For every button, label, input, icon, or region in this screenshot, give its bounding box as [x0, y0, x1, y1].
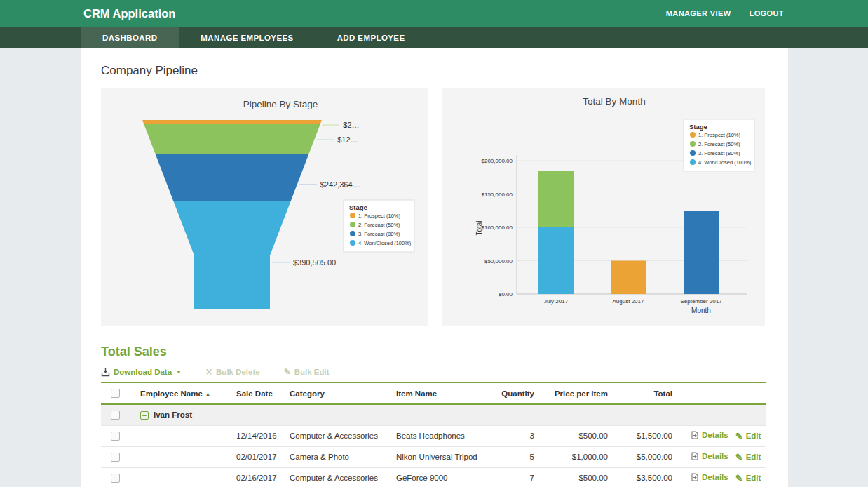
cell-sale-date: 02/01/2017	[236, 446, 290, 467]
delete-x-icon: ✕	[205, 367, 212, 377]
cell-item-name: Beats Headphones	[396, 425, 495, 446]
legend-dot	[350, 240, 355, 246]
col-price-per-item[interactable]: Price per Item	[536, 382, 609, 404]
legend-dot	[690, 159, 696, 165]
legend-label: 4. Won/Closed (100%)	[358, 240, 412, 246]
funnel-value-label: $390,505.00	[293, 258, 336, 267]
details-button[interactable]: Details	[691, 473, 728, 481]
cell-item-name: Nikon Universal Tripod	[396, 446, 495, 467]
total-sales-title: Total Sales	[101, 345, 766, 359]
content-card: Company Pipeline Pipeline By Stage$2…$12…	[81, 48, 788, 487]
bar-segment[interactable]	[538, 227, 574, 294]
cell-total: $1,500.00	[609, 425, 674, 446]
app-title: CRM Application	[83, 7, 175, 20]
details-document-icon	[691, 452, 699, 460]
legend-dot	[350, 231, 355, 236]
tab-add-employee[interactable]: ADD EMPLOYEE	[316, 27, 427, 48]
cell-price-per-item: $500.00	[536, 425, 609, 446]
bar-segment[interactable]	[684, 211, 719, 294]
funnel-slice[interactable]	[142, 120, 322, 124]
funnel-slice[interactable]	[144, 124, 320, 154]
pencil-icon: ✎	[735, 473, 743, 483]
row-checkbox[interactable]	[111, 453, 120, 462]
chart-title: Pipeline By Stage	[243, 99, 318, 109]
top-header: CRM Application MANAGER VIEW LOGOUT	[0, 0, 868, 27]
logout-link[interactable]: LOGOUT	[750, 9, 784, 18]
cell-item-name: GeForce 9000	[396, 467, 495, 487]
cell-total: $3,500.00	[609, 467, 674, 487]
edit-button[interactable]: ✎Edit	[735, 431, 761, 441]
legend-title: Stage	[689, 123, 707, 131]
cell-sale-date: 02/16/2017	[236, 467, 290, 487]
bulk-delete-button[interactable]: ✕ Bulk Delete	[205, 367, 260, 377]
cell-price-per-item: $1,000.00	[536, 446, 609, 467]
row-checkbox[interactable]	[111, 474, 120, 483]
caret-down-icon: ▼	[176, 369, 182, 375]
employee-group-row: −Ivan Frost	[101, 404, 766, 425]
bar-segment[interactable]	[538, 171, 574, 227]
legend-label: 4. Won/Closed (100%)	[698, 159, 752, 166]
x-tick-label: September 2017	[680, 298, 722, 305]
cell-category: Computer & Accessories	[290, 425, 396, 446]
sale-row: 02/01/2017Camera & PhotoNikon Universal …	[101, 446, 766, 467]
details-document-icon	[691, 473, 699, 481]
edit-button[interactable]: ✎Edit	[735, 452, 761, 462]
sale-row: 12/14/2016Computer & AccessoriesBeats He…	[101, 425, 766, 446]
sales-table: Employee Name ▲ Sale Date Category Item …	[101, 382, 766, 487]
cell-quantity: 7	[495, 467, 536, 487]
total-by-month-chart: Total By Month$0.00$50,000.00$100,000.00…	[442, 88, 765, 326]
y-tick-label: $0.00	[499, 291, 513, 298]
sort-asc-icon: ▲	[205, 391, 211, 398]
collapse-group-icon[interactable]: −	[140, 411, 149, 420]
x-tick-label: August 2017	[613, 298, 644, 305]
legend-title: Stage	[349, 204, 367, 211]
funnel-slice[interactable]	[155, 154, 308, 201]
col-item-name[interactable]: Item Name	[396, 382, 495, 404]
select-all-checkbox[interactable]	[111, 389, 120, 398]
legend-label: 2. Forecast (50%)	[698, 141, 740, 147]
funnel-value-label: $2…	[343, 121, 359, 129]
chart-title: Total By Month	[583, 96, 645, 107]
sales-toolbar: Download Data ▼ ✕ Bulk Delete ✎ Bulk Edi…	[101, 367, 766, 377]
legend-dot	[690, 150, 696, 156]
table-header-row: Employee Name ▲ Sale Date Category Item …	[101, 382, 766, 404]
y-axis-title: Total	[475, 220, 483, 235]
col-sale-date[interactable]: Sale Date	[236, 382, 290, 404]
tab-dashboard[interactable]: DASHBOARD	[81, 27, 179, 48]
col-category[interactable]: Category	[290, 382, 396, 404]
nav-tabs: DASHBOARDMANAGE EMPLOYEESADD EMPLOYEE	[81, 27, 426, 48]
row-checkbox[interactable]	[111, 432, 120, 441]
col-employee-name[interactable]: Employee Name ▲	[129, 382, 236, 404]
funnel-slice[interactable]	[173, 201, 290, 309]
employee-group-name: Ivan Frost	[154, 411, 192, 419]
edit-button[interactable]: ✎Edit	[735, 473, 761, 483]
cell-price-per-item: $500.00	[536, 467, 609, 487]
col-total[interactable]: Total	[609, 382, 674, 404]
y-tick-label: $150,000.00	[482, 192, 513, 198]
x-tick-label: July 2017	[544, 298, 569, 305]
bar-segment[interactable]	[611, 261, 646, 295]
details-button[interactable]: Details	[691, 431, 728, 439]
row-checkbox[interactable]	[111, 411, 120, 420]
funnel-value-label: $242,364…	[320, 180, 360, 189]
bulk-edit-button[interactable]: ✎ Bulk Edit	[284, 367, 330, 377]
cell-quantity: 3	[495, 425, 536, 446]
cell-category: Computer & Accessories	[290, 467, 396, 487]
pencil-icon: ✎	[735, 431, 743, 441]
download-data-button[interactable]: Download Data ▼	[101, 368, 182, 377]
tab-manage-employees[interactable]: MANAGE EMPLOYEES	[179, 27, 315, 48]
cell-category: Camera & Photo	[290, 446, 396, 467]
col-quantity[interactable]: Quantity	[495, 382, 536, 404]
sale-row: 02/16/2017Computer & AccessoriesGeForce …	[101, 467, 766, 487]
pencil-icon: ✎	[284, 367, 291, 377]
details-button[interactable]: Details	[691, 452, 728, 460]
legend-dot	[350, 213, 355, 218]
legend-label: 2. Forecast (50%)	[358, 222, 400, 228]
legend-label: 3. Forecast (80%)	[698, 150, 740, 156]
manager-view-link[interactable]: MANAGER VIEW	[666, 9, 731, 18]
pipeline-by-stage-chart: Pipeline By Stage$2…$12…$242,364…$390,50…	[101, 88, 428, 326]
main-nav: DASHBOARDMANAGE EMPLOYEESADD EMPLOYEE	[0, 27, 868, 48]
legend-label: 1. Prospect (10%)	[698, 132, 741, 138]
y-tick-label: $50,000.00	[484, 258, 513, 265]
download-icon	[101, 368, 110, 377]
